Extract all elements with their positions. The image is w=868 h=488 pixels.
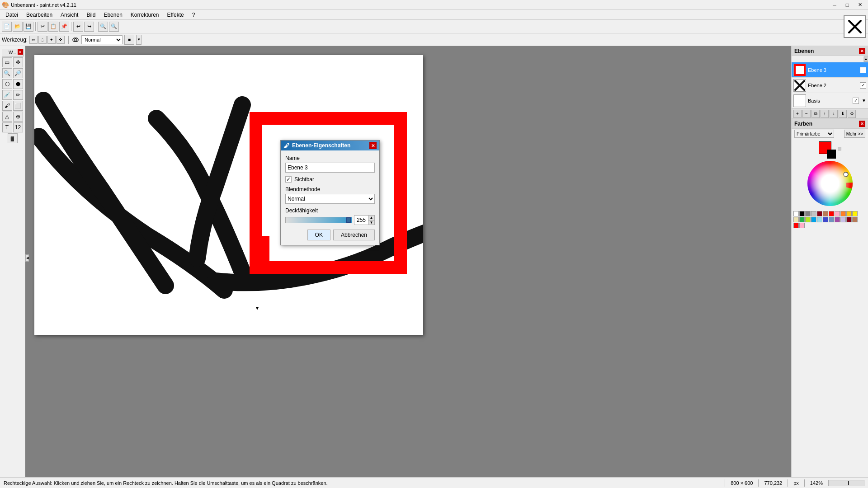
color-palette-cell[interactable] [793,211,799,216]
layer-2-visible-check[interactable]: ✓ [860,82,866,89]
layers-panel-close[interactable]: ✕ [859,48,865,54]
tool-rectangle-select[interactable]: ▭ [2,57,12,67]
tool-pencil[interactable]: ✏ [13,90,23,100]
dialog-visible-checkbox[interactable]: ✓ [285,176,292,183]
new-button[interactable]: 📄 [2,22,12,32]
paste-button[interactable]: 📌 [59,22,69,32]
swatch-dropdown[interactable]: ▼ [136,35,142,45]
dialog-opacity-input[interactable] [354,216,368,225]
dialog-name-input[interactable] [285,163,375,173]
minimize-button[interactable]: ─ [828,0,841,10]
tool-select-lasso[interactable]: ◌ [38,36,47,44]
open-button[interactable]: 📂 [13,22,23,32]
layer-properties-dialog[interactable]: 🖌 Ebenen-Eigenschaften ✕ Name ✓ Sichtbar… [280,140,380,245]
menu-datei[interactable]: Datei [2,11,22,19]
color-palette-cell[interactable] [835,217,840,222]
layer-duplicate-button[interactable]: ⧉ [811,110,820,118]
save-button[interactable]: 💾 [24,22,33,32]
tool-lasso[interactable]: 🔍 [2,68,12,78]
color-palette-cell[interactable] [793,217,799,222]
color-swatch-btn[interactable]: ■ [124,35,134,45]
layer-item-basis[interactable]: Basis ✓ ▼ [792,93,868,108]
color-palette-cell[interactable] [846,211,852,216]
color-palette-cell[interactable] [805,211,811,216]
color-palette-cell[interactable] [805,217,811,222]
color-more-button[interactable]: Mehr >> [844,130,865,138]
color-palette-cell[interactable] [852,217,858,222]
menu-help[interactable]: ? [189,11,199,19]
menu-ansicht[interactable]: Ansicht [57,11,82,19]
color-palette-cell[interactable] [811,211,816,216]
tool-move[interactable]: ✜ [13,57,23,67]
color-palette-cell[interactable] [817,217,822,222]
menu-korrekturen[interactable]: Korrekturen [127,11,163,19]
colors-panel-close[interactable]: ✕ [859,121,865,127]
dialog-opacity-spinner[interactable]: ▲ ▼ [354,215,375,225]
menu-bearbeiten[interactable]: Bearbeiten [23,11,56,19]
color-palette-cell[interactable] [793,223,799,228]
secondary-color-swatch[interactable] [827,150,836,159]
zoom-out-button[interactable]: 🔍 [109,22,119,32]
layer-delete-button[interactable]: − [802,110,811,118]
color-palette-cell[interactable] [846,217,852,222]
color-palette-cell[interactable] [823,211,828,216]
tools-panel-close[interactable]: ✕ [18,49,23,55]
menu-bild[interactable]: Bild [83,11,99,19]
layer-basis-visible-check[interactable]: ✓ [853,98,859,104]
dialog-cancel-button[interactable]: Abbrechen [333,230,375,240]
layer-merge-button[interactable]: ⬇ [839,110,847,118]
dialog-close-button[interactable]: ✕ [369,142,377,149]
color-palette-cell[interactable] [799,211,805,216]
layer-down-button[interactable]: ↓ [830,110,838,118]
layer-item-2[interactable]: Ebene 2 ✓ [792,78,868,93]
menu-ebenen[interactable]: Ebenen [100,11,126,19]
color-palette-cell[interactable] [799,217,805,222]
color-palette-cell[interactable] [829,217,834,222]
dialog-ok-button[interactable]: OK [307,230,330,240]
color-palette-cell[interactable] [829,211,834,216]
undo-button[interactable]: ↩ [73,22,83,32]
color-palette-cell[interactable] [835,211,840,216]
tool-eyedropper[interactable]: 💉 [2,90,12,100]
layer-add-button[interactable]: + [793,110,802,118]
tool-gradient[interactable]: ▓ [8,133,18,143]
color-palette-cell[interactable] [811,217,816,222]
layer-3-visible-check[interactable]: ✓ [860,67,866,73]
tool-move[interactable]: ✜ [57,36,65,44]
cut-button[interactable]: ✂ [38,22,47,32]
blend-mode-select[interactable]: Normal Multiplizieren Bildschirm [81,35,123,44]
tool-number[interactable]: 12 [13,122,23,132]
layer-basis-expand[interactable]: ▼ [862,98,866,103]
layers-scroll-up-arrow[interactable]: ▲ [864,56,868,62]
color-palette-cell[interactable] [817,211,822,216]
tool-shapes[interactable]: △ [2,112,12,122]
dialog-opacity-slider-thumb[interactable] [346,217,351,223]
layer-settings-button[interactable]: ⚙ [848,110,856,118]
tool-select-magic[interactable]: ✦ [47,36,56,44]
zoom-in-button[interactable]: 🔍 [98,22,108,32]
dialog-opacity-slider-track[interactable] [285,217,352,223]
color-palette-cell[interactable] [852,211,858,216]
dialog-spinner-down[interactable]: ▼ [368,221,374,225]
tool-text[interactable]: T [2,122,12,132]
color-palette-cell[interactable] [799,223,805,228]
layer-up-button[interactable]: ↑ [821,110,829,118]
tool-zoom[interactable]: 🔎 [13,68,23,78]
tool-clone[interactable]: ⊕ [13,112,23,122]
tool-select-rect[interactable]: ▭ [29,36,38,44]
color-palette-cell[interactable] [840,217,846,222]
zoom-slider-thumb[interactable] [848,481,849,485]
hscroll-left[interactable]: ◀ [25,254,29,262]
tool-eraser[interactable]: ⬜ [13,101,23,111]
color-palette-cell[interactable] [823,217,828,222]
color-mode-select[interactable]: Primärfarbe Sekundärfarbe [794,130,834,138]
layer-item-3[interactable]: Ebene 3 ✓ [792,62,868,78]
zoom-slider[interactable] [828,480,864,486]
tool-paintbucket[interactable]: ⬢ [13,79,23,89]
dialog-spinner-up[interactable]: ▲ [368,216,374,221]
tool-magic-wand[interactable]: ⬡ [2,79,12,89]
menu-effekte[interactable]: Effekte [164,11,188,19]
copy-button[interactable]: 📋 [48,22,58,32]
close-button[interactable]: ✕ [854,0,866,10]
dialog-blend-select[interactable]: Normal Multiplizieren Bildschirm [285,194,375,204]
